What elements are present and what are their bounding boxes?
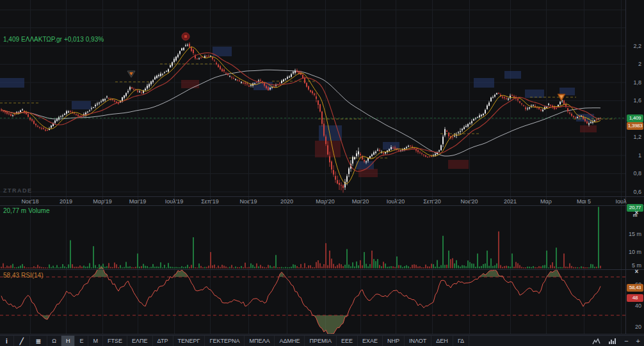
x-axis-label: 2021 [504,198,517,205]
x-axis-label: 2019 [60,198,72,205]
x-axis-label: Σεπ'19 [201,198,219,205]
zoom-out-button[interactable]: − [620,336,632,346]
zoom-in-button[interactable]: + [632,336,644,346]
ticker-button-ΓΕΚΤΕΡΝΑ[interactable]: ΓΕΚΤΕΡΝΑ [205,336,245,346]
volume-axis-label: 15 m [629,231,641,237]
rsi-legend: 58,43RSI(14) [3,272,45,279]
timeframe-button-Ω[interactable]: Ω [47,336,61,346]
x-axis-label: Ιουλ'19 [165,198,184,205]
symbol-last-price: 1,409 [3,36,19,43]
price-chart-canvas[interactable] [0,0,644,335]
ticker-button-ΔΤΡ[interactable]: ΔΤΡ [153,336,173,346]
price-axis-label: 1,6 [633,97,641,104]
ticker-button-ΤΕΝΕΡΓ[interactable]: ΤΕΝΕΡΓ [173,336,205,346]
ticker-button-ΔΕΗ[interactable]: ΔΕΗ [431,336,453,346]
ticker-button-ΑΔΜΗΕ[interactable]: ΑΔΜΗΕ [275,336,305,346]
price-axis-label: 1 [638,152,641,159]
rsi-signal-badge: 48 [627,294,643,302]
rsi-value: 58,43 [3,272,19,279]
line-chart-icon[interactable] [588,336,604,346]
info-icon[interactable]: i [0,336,14,346]
volume-pane-close-button[interactable]: × [632,208,641,217]
ticker-button-ΕΛΠΕ[interactable]: ΕΛΠΕ [127,336,153,346]
x-axis-label: Νοε'19 [239,198,257,205]
volume-axis-label: 10 m [629,249,641,255]
ticker-button-ΕΕΕ[interactable]: ΕΕΕ [337,336,358,346]
x-axis-label: Μαρ'19 [93,198,112,205]
x-axis-label: Μαρ [540,198,552,205]
x-axis-label: Νοε'20 [460,198,478,205]
volume-label: Volume [28,207,49,214]
x-axis-label: Μαι'19 [129,198,146,205]
price-axis-label: 2 [638,61,641,67]
symbol-change-pct: 0,93% [86,36,104,43]
ticker-button-ΜΠΕΛΑ[interactable]: ΜΠΕΛΑ [245,336,275,346]
x-axis-label: Ιουλ'20 [387,198,405,205]
timeframe-button-H[interactable]: H [61,336,76,346]
draw-line-icon[interactable]: ╱ [14,336,30,346]
timeframe-button-M[interactable]: M [88,336,103,346]
ticker-button-ΓΔ[interactable]: ΓΔ [453,336,469,346]
rsi-label: RSI(14) [21,272,43,279]
x-axis-label: 2020 [280,198,293,205]
x-axis-label: Μαι'20 [352,198,369,205]
price-axis-label: 2,2 [633,43,641,49]
x-axis-label: Νοε'18 [21,198,38,205]
x-axis-label: Σεπ'20 [423,198,441,205]
price-axis-label: 1,8 [633,79,641,86]
ticker-button-ΝΗΡ[interactable]: ΝΗΡ [383,336,405,346]
rsi-axis-label: 20 [635,324,641,330]
ma-value-badge: 1,3983 [627,122,643,130]
rsi-value-badge: 58,43 [627,284,643,292]
ticker-button-ΙΝΛΟΤ[interactable]: ΙΝΛΟΤ [405,336,431,346]
ticker-button-FTSE[interactable]: FTSE [103,336,127,346]
volume-value: 20,77 m [3,207,26,214]
last-price-badge: 1,409 [627,114,643,122]
bar-chart-icon[interactable] [604,336,620,346]
x-axis-label: Μαι 5 [577,198,591,205]
trading-app: 1,409ΕΛΛΑΚΤΩΡ.gr+0,0130,93% 20,77 mVolum… [0,0,644,346]
x-axis-label: Μαρ'20 [316,198,335,205]
bottom-toolbar: i╱≣ΩHEMFTSEΕΛΠΕΔΤΡΤΕΝΕΡΓΓΕΚΤΕΡΝΑΜΠΕΛΑΑΔΜ… [0,335,644,346]
table-icon[interactable]: ≣ [30,336,47,346]
ticker-button-ΠΡΕΜΙΑ[interactable]: ΠΡΕΜΙΑ [305,336,337,346]
ztrade-watermark: ZTRADE [3,187,33,194]
toolbar-spacer [469,336,588,346]
event-marker-red-circle[interactable] [182,33,189,40]
price-axis-label: 0,6 [633,189,641,195]
rsi-pane-close-button[interactable]: × [632,267,641,276]
symbol-name: ΕΛΛΑΚΤΩΡ.gr [21,36,62,43]
price-axis-label: 0,8 [633,170,641,177]
symbol-legend: 1,409ΕΛΛΑΚΤΩΡ.gr+0,0130,93% [3,36,106,43]
ticker-button-ΕΧΑΕ[interactable]: ΕΧΑΕ [358,336,383,346]
volume-legend: 20,77 mVolume [3,207,52,214]
rsi-axis-label: 40 [635,303,641,309]
symbol-change: +0,013 [64,36,84,43]
price-axis-label: 1,2 [633,134,641,140]
x-axis-label: Ιουλ [616,198,627,205]
timeframe-button-E[interactable]: E [75,336,88,346]
